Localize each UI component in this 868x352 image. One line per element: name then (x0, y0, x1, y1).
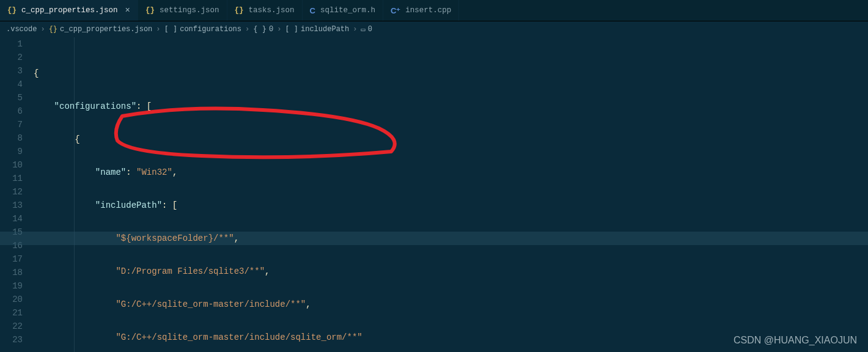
breadcrumb-key[interactable]: configurations (180, 25, 241, 34)
watermark-text: CSDN @HUANG_XIAOJUN (734, 335, 857, 346)
tab-tasks[interactable]: {} tasks.json (227, 0, 303, 21)
code-content[interactable]: { "configurations": [ { "name": "Win32",… (34, 37, 868, 352)
c-file-icon: C (310, 6, 315, 15)
chevron-right-icon: › (353, 25, 357, 34)
chevron-right-icon: › (245, 25, 249, 34)
tab-label: sqlite_orm.h (320, 6, 375, 15)
breadcrumb-index[interactable]: 0 (269, 25, 273, 34)
object-symbol-icon: { } (253, 25, 267, 34)
tab-label: settings.json (160, 6, 219, 15)
tab-label: insert.cpp (405, 6, 451, 15)
breadcrumb-folder[interactable]: .vscode (6, 25, 37, 34)
breadcrumb-file[interactable]: c_cpp_properties.json (60, 25, 152, 34)
array-symbol-icon: [ ] (285, 25, 298, 34)
json-file-icon: {} (235, 6, 244, 15)
chevron-right-icon: › (40, 25, 45, 34)
tab-c-cpp-properties[interactable]: {} c_cpp_properties.json × (0, 0, 138, 21)
cpp-file-icon: C⁺ (391, 6, 400, 15)
breadcrumb-index[interactable]: 0 (368, 25, 372, 34)
code-editor[interactable]: 123 456 789 101112 131415 161718 192021 … (0, 37, 868, 352)
tab-label: tasks.json (249, 6, 295, 15)
tab-settings[interactable]: {} settings.json (138, 0, 227, 21)
tab-label: c_cpp_properties.json (21, 6, 118, 15)
breadcrumb[interactable]: .vscode › {} c_cpp_properties.json › [ ]… (0, 21, 868, 37)
breadcrumb-key[interactable]: includePath (301, 25, 349, 34)
tab-bar: {} c_cpp_properties.json × {} settings.j… (0, 0, 868, 21)
tab-sqlite-orm-h[interactable]: C sqlite_orm.h (303, 0, 383, 21)
tab-insert-cpp[interactable]: C⁺ insert.cpp (383, 0, 459, 21)
json-file-icon: {} (145, 6, 155, 15)
line-number-gutter: 123 456 789 101112 131415 161718 192021 … (0, 37, 34, 352)
string-symbol-icon: ▭ (361, 25, 365, 34)
json-file-icon: {} (49, 25, 57, 34)
chevron-right-icon: › (277, 25, 281, 34)
array-symbol-icon: [ ] (164, 25, 178, 34)
close-icon[interactable]: × (125, 6, 130, 15)
json-file-icon: {} (7, 6, 17, 15)
chevron-right-icon: › (156, 25, 160, 34)
